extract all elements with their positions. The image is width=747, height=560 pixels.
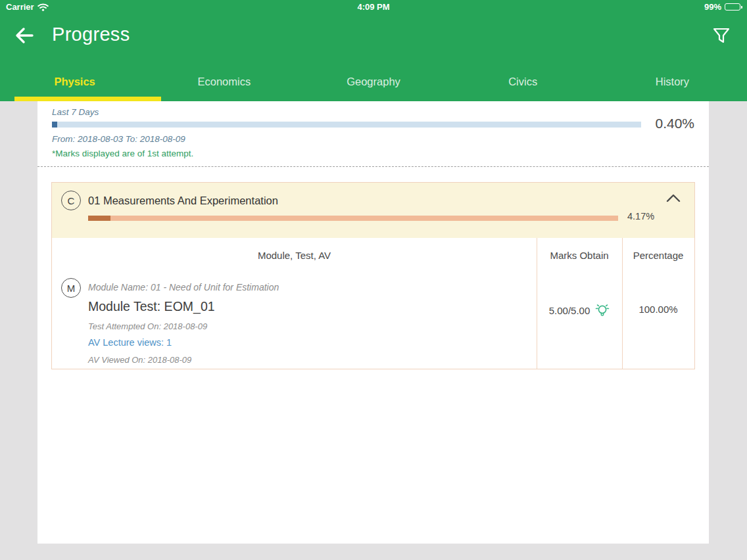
filter-button[interactable] (711, 26, 733, 47)
av-lecture-views-link[interactable]: AV Lecture views: 1 (88, 337, 172, 348)
chapter-header[interactable]: C 01 Measurements And Experimentation 4.… (52, 183, 694, 238)
status-bar: Carrier 4:09 PM 99% (0, 0, 747, 14)
module-test-label: Module Test: EOM_01 (88, 299, 215, 314)
chapter-card: C 01 Measurements And Experimentation 4.… (51, 182, 695, 369)
chapter-progress-fill (88, 216, 110, 221)
back-button[interactable] (13, 25, 37, 49)
tab-economics[interactable]: Economics (149, 68, 299, 101)
column-header-module: Module, Test, AV (52, 250, 537, 261)
percentage-cell: 100.00% (622, 304, 694, 315)
test-attempted-label: Test Attempted On: 2018-08-09 (88, 321, 207, 331)
date-range-label: From: 2018-08-03 To: 2018-08-09 (52, 134, 185, 144)
chapter-badge: C (61, 191, 81, 210)
page-title: Progress (52, 24, 130, 45)
overall-progress-bar (52, 122, 641, 128)
tab-civics[interactable]: Civics (448, 68, 598, 101)
overall-progress-fill (52, 122, 57, 128)
overall-progress-percent: 0.40% (655, 116, 694, 131)
module-badge: M (61, 278, 81, 298)
chapter-progress-bar (88, 216, 618, 221)
period-label: Last 7 Days (52, 107, 99, 117)
chapter-table: Module, Test, AV Marks Obtain Percentage… (52, 238, 694, 369)
marks-value: 5.00/5.00 (549, 305, 590, 316)
clock: 4:09 PM (0, 2, 747, 12)
av-viewed-label: AV Viewed On: 2018-08-09 (88, 355, 191, 365)
battery-area: 99% (704, 2, 742, 12)
app-header: Carrier 4:09 PM 99% Progress (0, 0, 747, 101)
chapter-progress-percent: 4.17% (627, 211, 654, 222)
nav-bar: Progress (0, 20, 747, 57)
column-header-marks: Marks Obtain (537, 250, 622, 261)
back-arrow-icon (13, 25, 36, 46)
active-tab-indicator (14, 97, 161, 101)
filter-funnel-icon (711, 26, 731, 45)
tab-geography[interactable]: Geography (299, 68, 448, 101)
marks-cell: 5.00/5.00 (537, 302, 622, 318)
collapse-button[interactable] (665, 193, 681, 203)
battery-icon (725, 3, 742, 11)
chapter-title: 01 Measurements And Experimentation (88, 195, 278, 207)
tab-history[interactable]: History (598, 68, 747, 101)
module-name-label: Module Name: 01 - Need of Unit for Estim… (88, 282, 279, 292)
summary-section: Last 7 Days 0.40% From: 2018-08-03 To: 2… (37, 101, 709, 167)
content-panel: Last 7 Days 0.40% From: 2018-08-03 To: 2… (37, 101, 709, 544)
column-header-percentage: Percentage (622, 250, 694, 261)
chevron-up-icon (665, 193, 681, 203)
marks-note: *Marks displayed are of 1st attempt. (52, 149, 193, 158)
lightbulb-icon[interactable] (595, 302, 610, 318)
battery-percent: 99% (704, 2, 721, 12)
